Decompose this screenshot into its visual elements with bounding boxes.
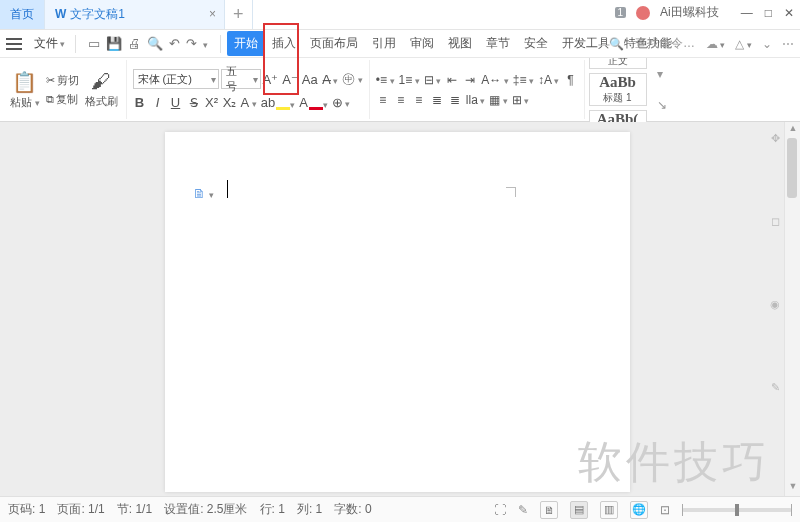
superscript-button[interactable]: X² xyxy=(205,95,219,110)
home-tab[interactable]: 首页 xyxy=(0,0,45,29)
show-marks-button[interactable]: ¶ xyxy=(564,73,578,87)
font-family-combo[interactable]: 宋体 (正文) xyxy=(133,69,219,89)
scroll-thumb[interactable] xyxy=(787,138,797,198)
notifications-badge[interactable]: 1 xyxy=(615,7,627,18)
align-justify-button[interactable]: ≣ xyxy=(430,93,444,107)
collapse-ribbon-icon[interactable]: ⌄ xyxy=(762,37,772,51)
new-tab-button[interactable]: + xyxy=(225,0,253,29)
view-outline[interactable]: ▥ xyxy=(600,501,618,519)
highlight-color-button[interactable]: ab xyxy=(261,95,295,110)
zoom-knob[interactable] xyxy=(735,504,739,516)
status-col[interactable]: 列: 1 xyxy=(297,501,322,518)
italic-button[interactable]: I xyxy=(151,95,165,110)
document-page[interactable]: 🗎 xyxy=(165,132,630,492)
qat-open-icon[interactable]: ▭ xyxy=(88,36,100,51)
align-center-button[interactable]: ≡ xyxy=(394,93,408,107)
tab-insert[interactable]: 插入 xyxy=(265,31,303,56)
grow-font-icon[interactable]: A⁺ xyxy=(263,72,279,87)
strike-button[interactable]: S̶ xyxy=(187,95,201,110)
file-menu[interactable]: 文件 xyxy=(30,35,69,52)
multilevel-button[interactable]: ⊟ xyxy=(424,73,442,87)
tab-developer[interactable]: 开发工具 xyxy=(555,31,617,56)
sort-button[interactable]: ↕A xyxy=(538,73,560,87)
tab-start[interactable]: 开始 xyxy=(227,31,265,56)
font-size-combo[interactable]: 五号 xyxy=(221,69,261,89)
close-tab-icon[interactable]: × xyxy=(209,7,216,21)
qat-preview-icon[interactable]: 🔍 xyxy=(147,36,163,51)
maximize-button[interactable]: □ xyxy=(765,6,772,20)
view-read-mode[interactable]: ▤ xyxy=(570,501,588,519)
status-row[interactable]: 行: 1 xyxy=(260,501,285,518)
scroll-up-icon[interactable]: ▲ xyxy=(785,123,800,137)
tab-sections[interactable]: 章节 xyxy=(479,31,517,56)
qat-save-icon[interactable]: 💾 xyxy=(106,36,122,51)
align-left-button[interactable]: ≡ xyxy=(376,93,390,107)
copy-button[interactable]: ⧉复制 xyxy=(46,92,79,107)
qat-redo-icon[interactable]: ↷ xyxy=(186,36,197,51)
status-section[interactable]: 节: 1/1 xyxy=(117,501,152,518)
shading-button[interactable]: ▦ xyxy=(489,93,508,107)
document-tab[interactable]: W 文字文稿1 × xyxy=(45,0,225,29)
clear-format-icon[interactable]: A̶ xyxy=(322,72,339,87)
char-scale-button[interactable]: A↔ xyxy=(481,73,509,87)
styles-expand-icon[interactable]: ▾ xyxy=(657,67,667,81)
bold-button[interactable]: B xyxy=(133,95,147,110)
tab-view[interactable]: 视图 xyxy=(441,31,479,56)
align-right-button[interactable]: ≡ xyxy=(412,93,426,107)
status-pages[interactable]: 页面: 1/1 xyxy=(57,501,104,518)
view-print-layout[interactable]: 🗎 xyxy=(540,501,558,519)
status-word-count[interactable]: 字数: 0 xyxy=(334,501,371,518)
qat-undo-icon[interactable]: ↶ xyxy=(169,36,180,51)
style-heading1[interactable]: AaBb 标题 1 xyxy=(589,73,647,106)
fullscreen-icon[interactable]: ⛶ xyxy=(494,503,506,517)
enclose-char-button[interactable]: ⊕ xyxy=(332,95,351,110)
zoom-slider[interactable] xyxy=(682,508,792,512)
side-tool-2-icon[interactable]: ◻ xyxy=(771,215,780,228)
command-search[interactable]: 查找命令… xyxy=(634,34,696,53)
decrease-indent-button[interactable]: ⇤ xyxy=(445,73,459,87)
qat-print-icon[interactable]: 🖨 xyxy=(128,36,141,51)
share-icon[interactable]: △ xyxy=(735,37,752,51)
cut-button[interactable]: ✂剪切 xyxy=(46,73,79,88)
view-web[interactable]: 🌐 xyxy=(630,501,648,519)
status-page[interactable]: 页码: 1 xyxy=(8,501,45,518)
side-tool-3-icon[interactable]: ◉ xyxy=(770,298,780,311)
increase-indent-button[interactable]: ⇥ xyxy=(463,73,477,87)
shrink-font-icon[interactable]: A⁻ xyxy=(282,72,298,87)
user-name[interactable]: Ai田螺科技 xyxy=(660,4,719,21)
app-menu-icon[interactable] xyxy=(6,38,22,50)
close-window-button[interactable]: ✕ xyxy=(784,6,794,20)
zoom-fit-icon[interactable]: ⊡ xyxy=(660,503,670,517)
vertical-scrollbar[interactable]: ▲ ▼ xyxy=(784,122,800,496)
underline-button[interactable]: U xyxy=(169,95,183,110)
font-color-button[interactable]: A xyxy=(299,95,328,110)
cloud-icon[interactable]: ☁ xyxy=(706,37,726,51)
more-icon[interactable]: ⋯ xyxy=(782,37,794,51)
ribbon-launcher-icon[interactable]: ↘ xyxy=(657,98,667,112)
qat-more[interactable] xyxy=(203,36,208,51)
align-distributed-button[interactable]: ≣ xyxy=(448,93,462,107)
minimize-button[interactable]: — xyxy=(741,6,753,20)
side-tool-1-icon[interactable]: ✥ xyxy=(771,132,780,145)
scroll-down-icon[interactable]: ▼ xyxy=(785,481,800,495)
bullets-button[interactable]: •≡ xyxy=(376,73,395,87)
tab-review[interactable]: 审阅 xyxy=(403,31,441,56)
paste-button[interactable]: 📋 粘贴 xyxy=(8,68,42,112)
search-icon[interactable]: 🔍 xyxy=(609,37,624,51)
tab-references[interactable]: 引用 xyxy=(365,31,403,56)
user-avatar-icon[interactable] xyxy=(636,6,650,20)
text-effects-button[interactable]: A xyxy=(241,95,257,110)
status-setting[interactable]: 设置值: 2.5厘米 xyxy=(164,501,247,518)
side-tool-4-icon[interactable]: ✎ xyxy=(771,381,780,394)
borders-button[interactable]: ⊞ xyxy=(512,93,530,107)
tab-security[interactable]: 安全 xyxy=(517,31,555,56)
line-spacing-button[interactable]: ‡≡ xyxy=(513,73,534,87)
change-case-icon[interactable]: Aa xyxy=(302,72,318,87)
text-direction-button[interactable]: lla xyxy=(466,93,486,107)
pinyin-guide-icon[interactable]: ㊥ xyxy=(342,70,363,88)
tab-page-layout[interactable]: 页面布局 xyxy=(303,31,365,56)
format-painter-button[interactable]: 🖌 格式刷 xyxy=(83,68,120,111)
subscript-button[interactable]: X₂ xyxy=(223,95,237,110)
numbering-button[interactable]: 1≡ xyxy=(399,73,420,87)
page-doc-icon[interactable]: 🗎 xyxy=(193,186,214,201)
